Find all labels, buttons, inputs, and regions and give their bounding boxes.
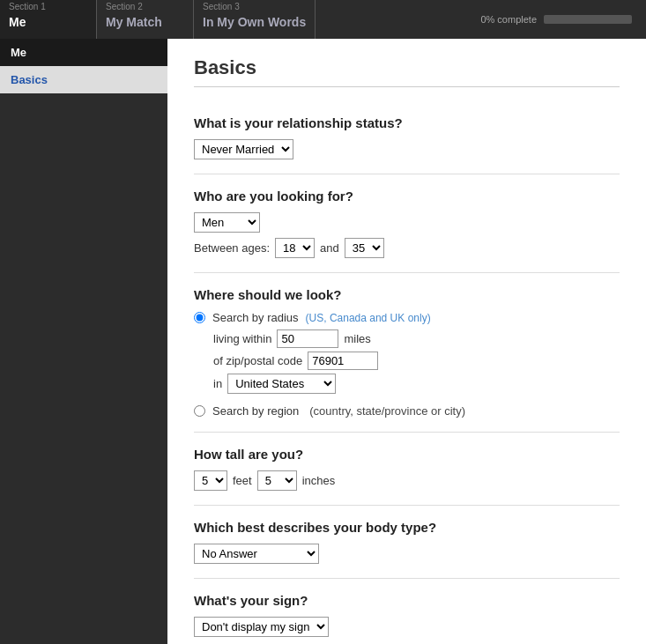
living-within-row: living within miles — [213, 329, 620, 348]
height-section: How tall are you? 4567 feet 012345678910… — [194, 433, 620, 506]
sign-section: What's your sign? Don't display my sign … — [194, 579, 620, 644]
age-min-select[interactable]: 1819202122232425 — [275, 238, 315, 258]
living-within-label: living within — [213, 332, 271, 345]
search-by-radius-radio[interactable] — [194, 312, 205, 323]
progress-label: 0% complete — [480, 14, 537, 25]
sidebar-section-header: Me — [0, 39, 167, 66]
miles-label: miles — [344, 332, 370, 345]
gender-select[interactable]: Men Women — [194, 212, 260, 233]
progress-bar-background — [544, 15, 632, 24]
height-row: 4567 feet 01234567891011 inches — [194, 470, 620, 491]
between-ages-label: Between ages: — [194, 241, 270, 255]
relationship-status-select[interactable]: Never Married Divorced Separated Widowed — [194, 139, 293, 159]
sign-select[interactable]: Don't display my sign AriesTaurusGeminiC… — [194, 617, 329, 637]
in-label: in — [213, 377, 222, 390]
section-1-label: Section 1 — [9, 2, 87, 11]
looking-for-section: Who are you looking for? Men Women Betwe… — [194, 174, 620, 273]
looking-for-question: Who are you looking for? — [194, 189, 620, 204]
content-area: Basics What is your relationship status?… — [167, 39, 646, 644]
sidebar-item-basics-label: Basics — [11, 73, 48, 86]
age-max-select[interactable]: 253035404550 — [345, 238, 384, 258]
search-by-region-label: Search by region — [212, 404, 299, 418]
region-note: (country, state/province or city) — [309, 404, 465, 418]
sidebar: Me Basics — [0, 39, 167, 644]
and-label: and — [320, 241, 339, 255]
radius-detail: living within miles of zip/postal code i… — [213, 329, 620, 394]
section-3-label: Section 3 — [203, 2, 306, 11]
height-question: How tall are you? — [194, 447, 620, 462]
sign-question: What's your sign? — [194, 593, 620, 608]
section-1-name[interactable]: Me — [9, 15, 87, 29]
inches-select[interactable]: 01234567891011 — [257, 470, 297, 491]
zip-input[interactable] — [308, 352, 378, 370]
search-radius-options: Search by radius (US, Canada and UK only… — [194, 311, 620, 418]
relationship-status-section: What is your relationship status? Never … — [194, 101, 620, 174]
relationship-status-question: What is your relationship status? — [194, 115, 620, 130]
country-row: in United States Canada United Kingdom — [213, 374, 620, 394]
tab-own-words[interactable]: Section 3 In My Own Words — [194, 0, 316, 39]
section-3-name[interactable]: In My Own Words — [203, 15, 306, 29]
zip-label: of zip/postal code — [213, 354, 302, 367]
top-navigation: Section 1 Me Section 2 My Match Section … — [0, 0, 646, 39]
section-2-name[interactable]: My Match — [106, 15, 184, 29]
age-range-row: Between ages: 1819202122232425 and 25303… — [194, 238, 620, 258]
location-section: Where should we look? Search by radius (… — [194, 273, 620, 433]
section-2-label: Section 2 — [106, 2, 184, 11]
search-by-region-radio[interactable] — [194, 405, 205, 417]
tab-me[interactable]: Section 1 Me — [0, 0, 97, 39]
body-type-section: Which best describes your body type? No … — [194, 506, 620, 579]
country-select[interactable]: United States Canada United Kingdom — [227, 374, 336, 394]
feet-select[interactable]: 4567 — [194, 470, 227, 491]
inches-label: inches — [302, 474, 336, 487]
feet-label: feet — [233, 474, 252, 487]
miles-input[interactable] — [277, 329, 338, 348]
body-type-question: Which best describes your body type? — [194, 520, 620, 535]
search-by-region-row: Search by region (country, state/provinc… — [194, 404, 620, 418]
sidebar-item-basics[interactable]: Basics — [0, 66, 167, 93]
zip-row: of zip/postal code — [213, 352, 620, 370]
search-by-radius-label: Search by radius — [212, 311, 299, 324]
radius-note: (US, Canada and UK only) — [306, 312, 431, 324]
progress-area: 0% complete — [466, 0, 646, 39]
page-title: Basics — [194, 56, 620, 87]
location-question: Where should we look? — [194, 287, 620, 302]
search-by-radius-row: Search by radius (US, Canada and UK only… — [194, 311, 620, 324]
body-type-select[interactable]: No Answer Slim Athletic Average A few ex… — [194, 544, 319, 564]
tab-my-match[interactable]: Section 2 My Match — [97, 0, 194, 39]
main-layout: Me Basics Basics What is your relationsh… — [0, 39, 646, 644]
section-tabs: Section 1 Me Section 2 My Match Section … — [0, 0, 466, 39]
